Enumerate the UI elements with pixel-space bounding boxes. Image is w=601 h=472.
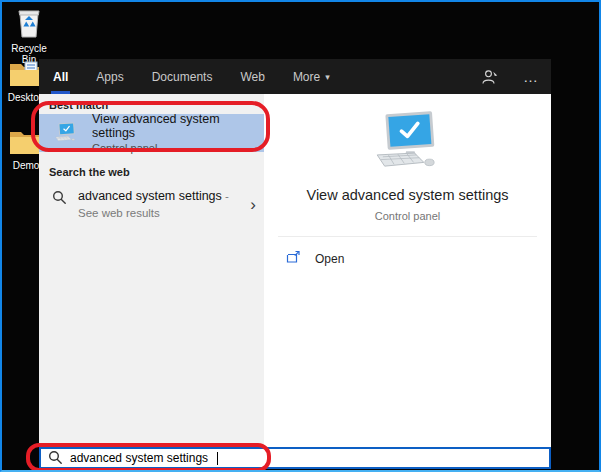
header-right-icons: … bbox=[482, 59, 539, 94]
search-input-value: advanced system settings bbox=[70, 451, 208, 465]
search-results-body: Best match View advanced system settings… bbox=[39, 94, 551, 447]
tab-web[interactable]: Web bbox=[238, 59, 266, 94]
preview-title: View advanced system settings bbox=[264, 187, 551, 203]
best-match-header: Best match bbox=[39, 94, 264, 114]
result-preview-pane: View advanced system settings Control pa… bbox=[264, 94, 551, 447]
windows-search-panel: All Apps Documents Web More ▾ bbox=[39, 59, 551, 469]
recycle-bin-icon bbox=[14, 7, 44, 41]
search-filter-tab-bar: All Apps Documents Web More ▾ bbox=[39, 59, 551, 94]
system-monitor-check-icon bbox=[366, 159, 450, 173]
tab-documents[interactable]: Documents bbox=[150, 59, 215, 94]
web-search-result[interactable]: advanced system settings - See web resul… bbox=[39, 181, 264, 229]
tab-label: Apps bbox=[96, 70, 123, 84]
web-result-text: advanced system settings - See web resul… bbox=[78, 188, 234, 222]
preview-subtitle: Control panel bbox=[264, 210, 551, 222]
best-match-text: View advanced system settings Control pa… bbox=[92, 112, 256, 154]
search-icon bbox=[52, 190, 66, 207]
open-action-label: Open bbox=[315, 252, 344, 266]
windows-desktop-screen: Recycle Bin Desktop Demo All bbox=[0, 0, 601, 472]
user-icon[interactable] bbox=[482, 69, 499, 85]
web-result-query: advanced system settings bbox=[78, 189, 222, 203]
desktop-icon-recycle-bin[interactable]: Recycle Bin bbox=[6, 7, 52, 65]
search-the-web-header: Search the web bbox=[39, 161, 264, 181]
desktop-icon-label: Demo bbox=[13, 160, 40, 171]
tab-more[interactable]: More ▾ bbox=[291, 59, 332, 94]
search-icon bbox=[48, 450, 62, 467]
tab-apps[interactable]: Apps bbox=[94, 59, 125, 94]
tab-label: All bbox=[53, 70, 68, 84]
system-monitor-check-icon bbox=[52, 121, 80, 146]
best-match-result[interactable]: View advanced system settings Control pa… bbox=[39, 114, 264, 152]
best-match-title: View advanced system settings bbox=[92, 112, 256, 140]
text-cursor bbox=[217, 452, 218, 465]
tab-label: Documents bbox=[152, 70, 213, 84]
tab-label: More bbox=[293, 70, 320, 84]
tab-label: Web bbox=[240, 70, 264, 84]
tab-all[interactable]: All bbox=[51, 59, 70, 94]
more-options-icon[interactable]: … bbox=[523, 68, 539, 85]
search-input[interactable]: advanced system settings bbox=[39, 447, 551, 469]
open-action[interactable]: Open bbox=[264, 237, 551, 267]
results-list-pane: Best match View advanced system settings… bbox=[39, 94, 264, 447]
chevron-right-icon[interactable]: › bbox=[250, 196, 258, 213]
chevron-down-icon: ▾ bbox=[325, 72, 330, 82]
open-window-icon bbox=[286, 250, 301, 267]
best-match-subtitle: Control panel bbox=[92, 142, 256, 154]
